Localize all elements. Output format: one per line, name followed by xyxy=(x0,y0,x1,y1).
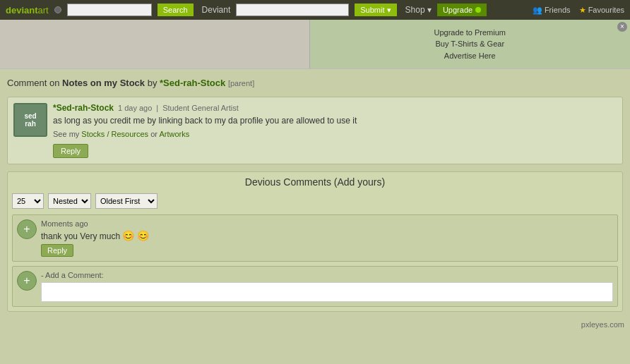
parent-tag: [parent] xyxy=(228,79,254,87)
ad-text: Upgrade to Premium Buy T-Shirts & Gear A… xyxy=(434,27,506,62)
comment-text: as long as you credit me by linking back… xyxy=(53,116,617,126)
upgrade-dot-icon xyxy=(475,7,481,13)
logo: deviantart xyxy=(6,5,49,16)
star-icon: ★ xyxy=(579,6,586,14)
emoji-smile2: 😊 xyxy=(137,230,149,241)
stocks-link[interactable]: Stocks / Resources xyxy=(81,130,148,138)
ad-area: × Upgrade to Premium Buy T-Shirts & Gear… xyxy=(0,20,630,69)
artworks-link[interactable]: Artworks xyxy=(159,130,189,138)
comment-meta: *Sed-rah-Stock 1 day ago | Student Gener… xyxy=(53,103,617,113)
search-input[interactable] xyxy=(67,4,152,16)
main-content: Comment on Notes on my Stock by *Sed-rah… xyxy=(0,69,630,317)
favourites-nav[interactable]: ★ Favourites xyxy=(579,6,624,15)
header-right: 👥 Friends ★ Favourites xyxy=(533,6,624,15)
shop-label: Shop xyxy=(405,5,425,15)
or-label: or xyxy=(150,130,158,138)
search-button[interactable]: Search xyxy=(158,4,194,16)
comment-entry: + Moments ago thank you Very much 😊 😊 Re… xyxy=(12,214,618,262)
add-comment-label: - Add a Comment: xyxy=(41,271,613,279)
submit-arrow: ▾ xyxy=(387,6,391,14)
header-circle-icon xyxy=(54,6,61,13)
buy-ad-text: Buy T-Shirts & Gear xyxy=(434,38,506,50)
avatar: sed rah xyxy=(13,103,47,137)
comment-links: See my Stocks / Resources or Artworks xyxy=(53,130,617,138)
watermark: pxleyes.com xyxy=(581,320,624,329)
ad-sidebar: × Upgrade to Premium Buy T-Shirts & Gear… xyxy=(309,20,631,68)
parent-comment: sed rah *Sed-rah-Stock 1 day ago | Stude… xyxy=(7,97,623,164)
deviant-label: Deviant xyxy=(202,5,231,15)
devious-comments-section: Devious Comments (Add yours) 25 5 10 50 … xyxy=(7,171,623,312)
comment-username[interactable]: *Sed-rah-Stock xyxy=(53,103,114,113)
ad-close-button[interactable]: × xyxy=(617,22,627,32)
add-comment-body: - Add a Comment: xyxy=(41,271,613,302)
view-select[interactable]: Nested Flat xyxy=(48,193,91,209)
commenter-avatar: + xyxy=(17,219,37,239)
reply-button[interactable]: Reply xyxy=(53,144,88,158)
comment-role: Student General Artist xyxy=(162,104,239,112)
logo-bold: art xyxy=(38,5,49,16)
deviant-search-input[interactable] xyxy=(236,4,349,16)
add-comment-section: + - Add a Comment: xyxy=(12,266,618,307)
upgrade-ad-text: Upgrade to Premium xyxy=(434,27,506,39)
comment-entry-time: Moments ago xyxy=(41,219,613,228)
devious-reply-button[interactable]: Reply xyxy=(41,244,73,257)
footer: pxleyes.com xyxy=(0,317,630,332)
author-link[interactable]: *Sed-rah-Stock xyxy=(160,78,225,88)
add-comment-input[interactable] xyxy=(41,282,613,302)
comment-header: Comment on Notes on my Stock by *Sed-rah… xyxy=(7,75,623,91)
devious-title: Devious Comments (Add yours) xyxy=(12,176,618,188)
comment-separator: | xyxy=(156,104,158,112)
add-comment-plus-icon: + xyxy=(23,275,30,286)
advertise-ad-text: Advertise Here xyxy=(434,50,506,62)
comment-on-label: Comment on xyxy=(7,78,59,88)
upgrade-label: Upgrade xyxy=(443,6,472,14)
submit-label: Submit xyxy=(360,6,384,14)
see-my-label: See my xyxy=(53,130,79,138)
add-comment-avatar: + xyxy=(17,271,37,291)
comment-entry-text: thank you Very much 😊 😊 xyxy=(41,230,613,241)
ad-banner xyxy=(0,20,309,68)
sort-select[interactable]: Oldest First Newest First xyxy=(95,193,158,209)
by-label: by xyxy=(148,78,158,88)
friends-nav[interactable]: 👥 Friends xyxy=(533,6,571,15)
controls-row: 25 5 10 50 100 Nested Flat Oldest First … xyxy=(12,193,618,209)
comment-entry-body: Moments ago thank you Very much 😊 😊 Repl… xyxy=(41,219,613,257)
shop-arrow: ▾ xyxy=(427,5,432,15)
shop-nav[interactable]: Shop ▾ xyxy=(405,5,432,15)
count-select[interactable]: 25 5 10 50 100 xyxy=(12,193,44,209)
deviant-nav[interactable]: Deviant xyxy=(202,5,231,15)
logo-plain: deviant xyxy=(6,5,38,16)
header: deviantart Search Deviant Submit ▾ Shop … xyxy=(0,0,630,20)
comment-body: *Sed-rah-Stock 1 day ago | Student Gener… xyxy=(53,103,617,158)
avatar-letters: sed rah xyxy=(24,112,36,128)
plus-icon: + xyxy=(23,224,30,235)
emoji-smile1: 😊 xyxy=(122,230,134,241)
comment-time: 1 day ago xyxy=(118,104,152,112)
upgrade-button[interactable]: Upgrade xyxy=(437,4,487,16)
submit-button[interactable]: Submit ▾ xyxy=(355,4,396,16)
article-title[interactable]: Notes on my Stock xyxy=(62,78,145,88)
